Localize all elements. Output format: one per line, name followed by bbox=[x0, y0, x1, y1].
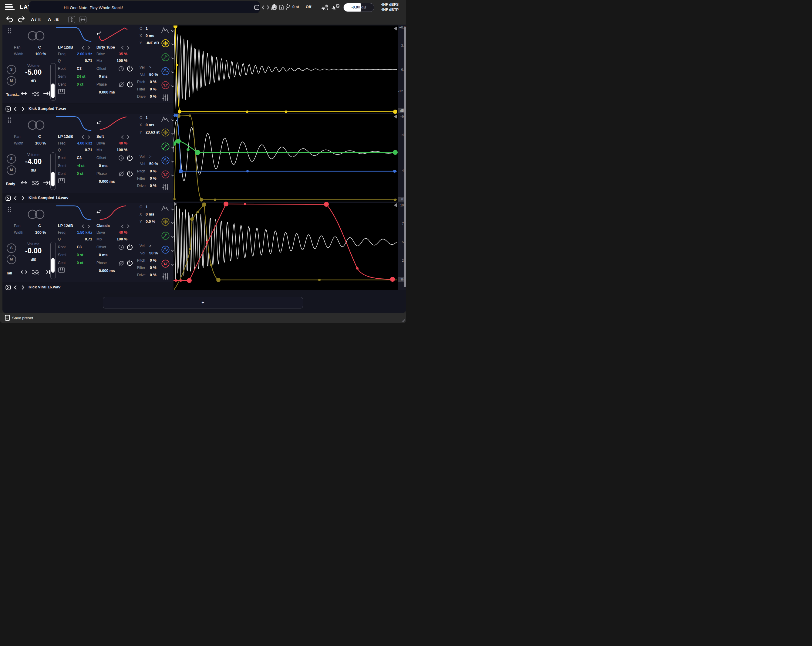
vel-filter-value[interactable]: 0 % bbox=[150, 176, 157, 181]
semi-value[interactable]: 0 st bbox=[77, 253, 83, 257]
drive-type[interactable]: Soft bbox=[96, 135, 104, 139]
width-value[interactable]: 100 % bbox=[35, 52, 46, 56]
vel-pitch-value[interactable]: 0 % bbox=[150, 80, 157, 84]
envelope-node[interactable] bbox=[179, 169, 183, 173]
solo-button[interactable]: S bbox=[7, 243, 16, 253]
volume-value[interactable]: -4.00 bbox=[15, 157, 52, 166]
mix-value[interactable]: 100 % bbox=[109, 148, 127, 152]
env-x-value[interactable]: 0 ms bbox=[146, 212, 154, 216]
q-value[interactable]: 0.71 bbox=[74, 237, 92, 241]
vel-vol-value[interactable]: 50 % bbox=[149, 251, 158, 255]
prev-next-sample-icons[interactable] bbox=[13, 107, 26, 112]
root-value[interactable]: C3 bbox=[77, 245, 82, 249]
offset-value[interactable]: 0 ms bbox=[99, 253, 108, 257]
envelope-node[interactable] bbox=[393, 110, 397, 114]
settings-wrench-icon[interactable] bbox=[270, 4, 277, 11]
volume-slider-thumb[interactable] bbox=[51, 83, 55, 98]
vel-pitch-value[interactable]: 0 % bbox=[150, 258, 157, 263]
filter-prev-next-icons[interactable] bbox=[81, 224, 90, 228]
env-y-value[interactable]: 0.0 % bbox=[146, 219, 155, 224]
amp-envelope-icon[interactable] bbox=[161, 205, 169, 211]
bounce-wave-save-icon[interactable] bbox=[331, 3, 340, 11]
phase-power-icon[interactable] bbox=[127, 260, 133, 266]
cent-value[interactable]: 0 ct bbox=[77, 171, 83, 176]
velocity-expand-icon[interactable]: > bbox=[149, 65, 151, 69]
pan-value[interactable]: C bbox=[38, 45, 41, 49]
mixer-sliders-icon[interactable] bbox=[161, 183, 169, 191]
cent-value[interactable]: 0 ct bbox=[77, 82, 83, 87]
osc-o-value[interactable]: 1 bbox=[146, 116, 148, 120]
amp-envelope-icon[interactable] bbox=[161, 26, 169, 33]
envelope-node[interactable] bbox=[394, 199, 397, 201]
save-preset-button[interactable]: Save preset bbox=[12, 316, 33, 320]
phase-invert-icon[interactable] bbox=[118, 82, 124, 88]
filter-type[interactable]: LP 12dB bbox=[58, 224, 73, 228]
osc-o-value[interactable]: 1 bbox=[146, 205, 148, 209]
envelope-node[interactable] bbox=[176, 64, 178, 66]
stereo-pan-icon[interactable] bbox=[27, 209, 46, 219]
width-value[interactable]: 100 % bbox=[35, 230, 46, 235]
solo-button[interactable]: S bbox=[7, 154, 16, 164]
vel-drive-value[interactable]: 0 % bbox=[150, 273, 157, 277]
random-sample-dice-icon[interactable] bbox=[5, 285, 11, 290]
resize-grip[interactable] bbox=[401, 318, 405, 322]
drive-amount-value[interactable]: 40 % bbox=[109, 230, 127, 235]
mute-button[interactable]: M bbox=[7, 76, 16, 86]
sample-name[interactable]: Kick Sampled 7.wav bbox=[29, 106, 66, 111]
vel-vol-value[interactable]: 50 % bbox=[149, 162, 158, 166]
layer-name[interactable]: Tail bbox=[6, 271, 12, 276]
piano-keyboard-icon[interactable] bbox=[58, 268, 65, 272]
prev-preset-icon[interactable] bbox=[261, 5, 264, 10]
volume-value[interactable]: -0.00 bbox=[15, 246, 52, 255]
envelope-node[interactable] bbox=[200, 198, 203, 202]
waveform-display[interactable] bbox=[174, 26, 398, 290]
envelope-node[interactable] bbox=[210, 263, 212, 266]
mute-button[interactable]: M bbox=[7, 165, 16, 175]
lp-curve[interactable] bbox=[56, 204, 92, 222]
filter-env-icon[interactable] bbox=[161, 246, 169, 254]
stretch-mode-icon[interactable] bbox=[20, 180, 28, 185]
filter-type[interactable]: LP 12dB bbox=[58, 45, 73, 49]
envelope-node[interactable] bbox=[393, 170, 396, 173]
next-preset-icon[interactable] bbox=[267, 5, 270, 10]
phase-value[interactable]: 0.000 ms bbox=[99, 90, 115, 94]
preset-field[interactable]: Hit One Note, Play Whole Stack! bbox=[29, 1, 259, 13]
envelope-node[interactable] bbox=[324, 202, 329, 207]
q-value[interactable]: 0.71 bbox=[74, 58, 92, 63]
volume-env-icon[interactable] bbox=[161, 39, 169, 47]
envelope-node[interactable] bbox=[189, 115, 191, 117]
envelope-node[interactable] bbox=[285, 110, 287, 113]
filter-prev-next-icons[interactable] bbox=[81, 135, 90, 139]
drive-prev-next-icons[interactable] bbox=[121, 224, 130, 228]
offset-power-icon[interactable] bbox=[127, 66, 133, 72]
envelope-node[interactable] bbox=[189, 248, 191, 250]
phase-invert-icon[interactable] bbox=[118, 171, 124, 177]
envelope-node[interactable] bbox=[246, 170, 249, 172]
snap-to-end-icon[interactable] bbox=[43, 91, 50, 96]
add-layer-button[interactable]: + bbox=[103, 297, 303, 308]
snap-to-end-icon[interactable] bbox=[43, 180, 50, 185]
lp-curve[interactable] bbox=[56, 115, 92, 133]
drive-prev-next-icons[interactable] bbox=[121, 46, 130, 50]
redo-icon[interactable] bbox=[17, 15, 26, 23]
drag-handle-icon[interactable] bbox=[8, 28, 11, 34]
retrigger-arrows-icon[interactable] bbox=[96, 31, 101, 35]
undo-icon[interactable] bbox=[5, 15, 14, 23]
volume-slider[interactable] bbox=[50, 152, 56, 190]
stretch-mode-icon[interactable] bbox=[20, 269, 28, 274]
env-x-value[interactable]: 0 ms bbox=[146, 123, 154, 127]
warp-wavy-icon[interactable] bbox=[32, 180, 40, 186]
volume-slider-thumb[interactable] bbox=[51, 258, 55, 272]
piano-keyboard-icon[interactable] bbox=[58, 89, 65, 94]
random-sample-dice-icon[interactable] bbox=[5, 106, 11, 112]
envelope-node[interactable] bbox=[244, 203, 246, 205]
offset-sync-clock-icon[interactable] bbox=[118, 244, 124, 250]
drive-type[interactable]: Dirty Tube bbox=[96, 45, 115, 49]
layer-name[interactable]: Body bbox=[6, 182, 15, 186]
tune-semitones-value[interactable]: 0 st bbox=[292, 5, 299, 9]
freq-value[interactable]: 4.00 kHz bbox=[74, 141, 92, 145]
ab-compare-toggle[interactable]: A / B bbox=[31, 17, 41, 22]
envelope-node[interactable] bbox=[393, 150, 398, 155]
envelope-node[interactable] bbox=[180, 279, 182, 282]
envelope-node[interactable] bbox=[214, 199, 216, 201]
